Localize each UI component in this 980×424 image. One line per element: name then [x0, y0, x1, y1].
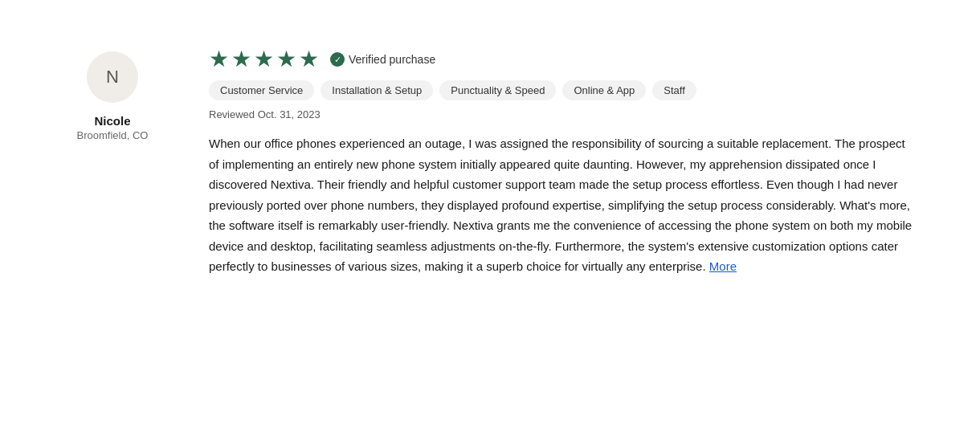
verified-icon: ✓ — [330, 52, 345, 67]
tag-online-app: Online & App — [562, 80, 646, 100]
review-card: N Nicole Broomfield, CO ★ ★ ★ ★ ★ ✓ Veri… — [64, 48, 916, 277]
tags-row: Customer Service Installation & Setup Pu… — [209, 80, 916, 100]
star-5: ★ — [299, 48, 319, 71]
reviewer-section: N Nicole Broomfield, CO — [64, 48, 161, 277]
star-3: ★ — [254, 48, 274, 71]
avatar: N — [87, 51, 138, 103]
more-link[interactable]: More — [709, 259, 737, 273]
review-date: Reviewed Oct. 31, 2023 — [209, 108, 916, 120]
reviewer-location: Broomfield, CO — [77, 129, 149, 141]
tag-customer-service: Customer Service — [209, 80, 314, 100]
star-1: ★ — [209, 48, 229, 71]
review-header: ★ ★ ★ ★ ★ ✓ Verified purchase — [209, 48, 916, 71]
verified-badge: ✓ Verified purchase — [330, 52, 435, 67]
verified-label: Verified purchase — [349, 53, 435, 66]
star-2: ★ — [231, 48, 251, 71]
tag-punctuality-speed: Punctuality & Speed — [439, 80, 556, 100]
star-4: ★ — [276, 48, 296, 71]
tag-installation-setup: Installation & Setup — [321, 80, 433, 100]
review-body: When our office phones experienced an ou… — [209, 133, 916, 277]
review-body-text: When our office phones experienced an ou… — [209, 137, 912, 273]
avatar-initial: N — [106, 67, 119, 88]
reviewer-name: Nicole — [94, 114, 130, 128]
review-content: ★ ★ ★ ★ ★ ✓ Verified purchase Customer S… — [209, 48, 916, 277]
star-rating: ★ ★ ★ ★ ★ — [209, 48, 319, 71]
tag-staff: Staff — [652, 80, 696, 100]
